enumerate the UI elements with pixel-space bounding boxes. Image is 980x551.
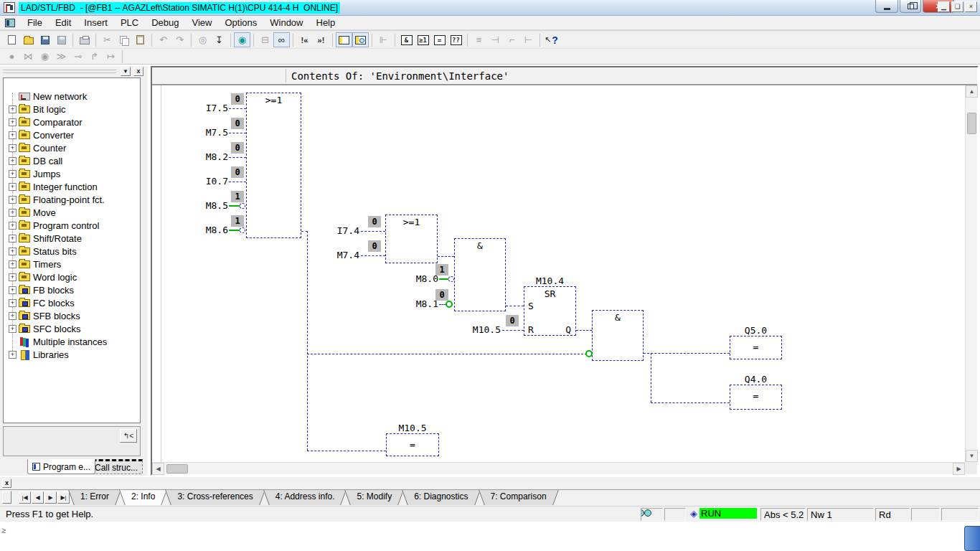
copy-icon[interactable] bbox=[116, 32, 132, 47]
expand-icon[interactable]: + bbox=[9, 170, 17, 178]
open-icon[interactable] bbox=[20, 32, 37, 47]
fbd-canvas[interactable]: >=1 I7.5 M7.5 M8.2 I0.7 M8.5 M8.6 0 0 0 … bbox=[152, 85, 965, 462]
scroll-left-icon[interactable]: ◀ bbox=[152, 463, 164, 475]
tree-item[interactable]: + FC blocks bbox=[4, 296, 140, 309]
previous-error-icon[interactable]: !« bbox=[296, 32, 313, 47]
expand-icon[interactable]: + bbox=[9, 312, 17, 320]
operand-label[interactable]: I0.7 bbox=[184, 176, 228, 187]
operand-label[interactable]: M10.5 bbox=[386, 423, 439, 433]
scroll-up-icon[interactable]: ▲ bbox=[966, 85, 978, 98]
operand-label[interactable]: Q5.0 bbox=[730, 326, 782, 336]
tab-last-icon[interactable]: ▶| bbox=[57, 491, 70, 504]
operand-label[interactable]: M10.5 bbox=[456, 325, 501, 335]
fbd-block-sr[interactable]: SR S R Q bbox=[524, 286, 576, 336]
output-tab[interactable]: 5: Modify bbox=[354, 490, 395, 505]
operand-label[interactable]: Q4.0 bbox=[730, 375, 782, 385]
menu-item[interactable]: Help bbox=[310, 16, 342, 29]
tree-item[interactable]: + Jumps bbox=[4, 167, 140, 180]
save-icon[interactable] bbox=[53, 32, 70, 47]
download-icon[interactable]: ↧ bbox=[211, 32, 227, 47]
tab-next-icon[interactable]: ▶ bbox=[44, 491, 57, 504]
operand-label[interactable]: M10.4 bbox=[524, 276, 576, 286]
paste-icon[interactable] bbox=[132, 32, 149, 47]
print-icon[interactable] bbox=[76, 32, 93, 47]
horizontal-scroll-thumb[interactable] bbox=[166, 464, 188, 474]
tree-item[interactable]: + Word logic bbox=[4, 270, 140, 283]
mdi-system-icon[interactable] bbox=[5, 19, 15, 27]
close-output-icon[interactable]: x bbox=[2, 479, 11, 488]
scroll-down-icon[interactable]: ▼ bbox=[966, 450, 978, 462]
tree-item[interactable]: + Move bbox=[4, 206, 140, 219]
expand-icon[interactable]: + bbox=[9, 131, 17, 139]
output-tab[interactable]: 6: Diagnostics bbox=[411, 490, 471, 505]
insert-connector-icon[interactable]: ⊸ bbox=[70, 49, 86, 64]
expand-icon[interactable]: + bbox=[9, 209, 17, 217]
expand-icon[interactable]: + bbox=[9, 222, 17, 230]
insert-branch-icon[interactable]: ↱ bbox=[86, 49, 103, 64]
insert-assign-box-icon[interactable]: = bbox=[431, 32, 448, 47]
tab-prev-icon[interactable]: ◀ bbox=[32, 491, 44, 504]
scroll-right-icon[interactable]: ▶ bbox=[953, 463, 965, 475]
insert-input-icon[interactable]: ⊣ bbox=[487, 32, 504, 47]
output-tab[interactable]: 7: Comparison bbox=[488, 490, 550, 505]
fbd-block-and-1[interactable]: & bbox=[454, 238, 506, 311]
fbd-block-or-1[interactable]: >=1 bbox=[246, 93, 301, 238]
new-network-icon[interactable]: ⊩ bbox=[375, 32, 392, 47]
tree-item[interactable]: + Converter bbox=[4, 128, 140, 141]
negate-input-icon[interactable]: ⌐ bbox=[504, 32, 520, 47]
menu-item[interactable]: PLC bbox=[114, 16, 145, 29]
expand-icon[interactable]: + bbox=[9, 183, 17, 191]
operand-label[interactable]: M8.1 bbox=[394, 299, 438, 309]
operand-label[interactable]: M7.4 bbox=[315, 250, 359, 260]
expand-icon[interactable]: + bbox=[9, 325, 17, 333]
menu-item[interactable]: Window bbox=[263, 16, 309, 29]
tab-program-elements[interactable]: Program e... bbox=[27, 459, 95, 474]
tree-item[interactable]: + Libraries bbox=[4, 348, 140, 361]
fbd-block-or-2[interactable]: >=1 bbox=[385, 215, 438, 263]
close-pane-icon[interactable]: x bbox=[133, 67, 143, 76]
tree-item[interactable]: + Multiple instances bbox=[4, 335, 140, 348]
cut-icon[interactable]: ✂ bbox=[99, 32, 116, 47]
redo-icon[interactable]: ↷ bbox=[171, 32, 188, 47]
tree-item[interactable]: + Status bits bbox=[4, 245, 140, 258]
insert-next-icon[interactable]: ≫ bbox=[53, 49, 70, 64]
operand-label[interactable]: I7.4 bbox=[315, 226, 359, 236]
tab-first-icon[interactable]: |◀ bbox=[19, 491, 31, 504]
insert-or-box-icon[interactable]: ≥1 bbox=[415, 32, 431, 47]
insert-break-icon[interactable]: ⋈ bbox=[20, 49, 37, 64]
output-tab[interactable]: 4: Address info. bbox=[273, 490, 338, 505]
operand-label[interactable]: M8.2 bbox=[184, 152, 228, 162]
expand-icon[interactable]: + bbox=[9, 351, 17, 359]
expand-icon[interactable]: + bbox=[9, 260, 17, 268]
mdi-minimize-icon[interactable]: ▁ bbox=[938, 1, 950, 12]
monitor-glasses-icon[interactable]: ∞ bbox=[273, 32, 290, 47]
operand-label[interactable]: M8.0 bbox=[394, 274, 438, 284]
expand-icon[interactable]: + bbox=[9, 157, 17, 165]
next-error-icon[interactable]: »! bbox=[313, 32, 329, 47]
insert-empty-box-icon[interactable]: ?? bbox=[448, 32, 464, 47]
branch-icon[interactable]: ⊢ bbox=[520, 32, 537, 47]
expand-icon[interactable]: + bbox=[9, 299, 17, 307]
expand-icon[interactable]: + bbox=[9, 105, 17, 113]
fbd-block-and-2[interactable]: & bbox=[592, 310, 644, 361]
new-icon[interactable] bbox=[4, 32, 20, 47]
insert-and-box-icon[interactable]: & bbox=[398, 32, 415, 47]
tree-item[interactable]: + FB blocks bbox=[4, 283, 140, 296]
mdi-close-icon[interactable]: × bbox=[965, 1, 977, 12]
tree-item[interactable]: + Program control bbox=[4, 219, 140, 232]
fbd-coil-q50[interactable]: = bbox=[730, 336, 782, 359]
view-detail-icon[interactable] bbox=[352, 32, 369, 47]
call-info-icon[interactable]: ◎ bbox=[194, 32, 211, 47]
insert-contact-icon[interactable]: ● bbox=[4, 49, 20, 64]
menu-item[interactable]: File bbox=[21, 16, 49, 29]
tree-item[interactable]: + Comparator bbox=[4, 116, 140, 128]
declaration-toggle-icon[interactable]: ↰< bbox=[120, 429, 137, 443]
menu-item[interactable]: View bbox=[185, 16, 218, 29]
vertical-scroll-thumb[interactable] bbox=[967, 113, 976, 134]
expand-icon[interactable]: + bbox=[9, 248, 17, 255]
chevron-down-icon[interactable]: ▼ bbox=[121, 67, 131, 76]
pane-handle[interactable] bbox=[2, 491, 11, 504]
menu-item[interactable]: Insert bbox=[77, 16, 114, 29]
tree-item[interactable]: + Integer function bbox=[4, 180, 140, 193]
view-overview-icon[interactable] bbox=[336, 32, 352, 47]
